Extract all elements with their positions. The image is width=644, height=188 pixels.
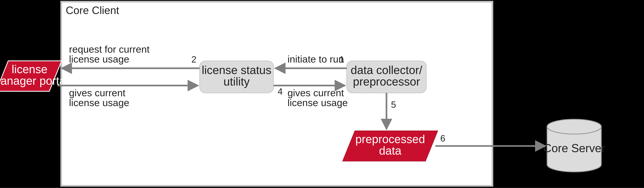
edge-to-preprocessed-step: 5 [391, 100, 396, 110]
edge-initiate-step: 1 [339, 54, 344, 65]
edge-gives2-label-2: license usage [288, 97, 348, 108]
data-collector-node: data collector/ preprocessor [347, 61, 426, 93]
data-collector-label-2: preprocessor [353, 75, 420, 88]
data-collector-label-1: data collector/ [351, 64, 422, 77]
core-client-container: Core Client [61, 2, 492, 186]
preprocessed-data-node: preprocessed data [342, 131, 438, 161]
preprocessed-label-2: data [379, 144, 401, 157]
license-manager-portal-node2: license manager portal [0, 61, 68, 91]
architecture-diagram: Core Client license manage [0, 0, 644, 188]
edge-request-label-2: license usage [69, 54, 129, 65]
edge-initiate-label: initiate to run [288, 54, 344, 65]
edge-gives2-step: 4 [278, 86, 283, 97]
core-server-node: Core Server [543, 119, 605, 172]
license-manager-portal-label-1: license [12, 63, 48, 76]
edge-to-server-step: 6 [440, 133, 446, 143]
edge-request-step: 2 [192, 54, 196, 65]
edge-gives1-label-2: license usage [69, 97, 129, 108]
core-client-title: Core Client [66, 4, 119, 16]
edge-request-label-1: request for current [69, 44, 150, 55]
preprocessed-label-1: preprocessed [355, 133, 425, 145]
edge-gives2-label-1: gives current [288, 87, 344, 98]
core-server-label: Core Server [543, 142, 605, 155]
svg-point-5 [547, 119, 601, 134]
license-status-label-2: utility [224, 75, 250, 88]
edge-gives1-label-1: gives current [69, 87, 126, 98]
license-status-utility-node: license status utility [200, 61, 274, 93]
license-status-label-1: license status [202, 64, 272, 77]
